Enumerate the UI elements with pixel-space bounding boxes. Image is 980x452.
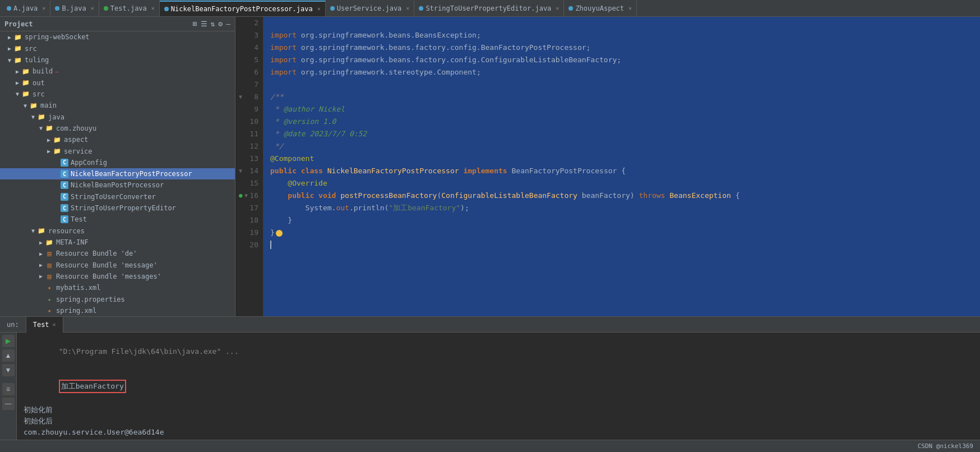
tree-item-spring-xml[interactable]: ✦ spring.xml xyxy=(0,305,235,316)
tab-NickelBeanFactoryPostProcessor[interactable]: NickelBeanFactoryPostProcessor.java ✕ xyxy=(160,1,326,16)
tree-item-spring-websocket[interactable]: ▶ 📁 spring-webSocket xyxy=(0,31,235,43)
tree-item-out[interactable]: ▶ 📁 out xyxy=(0,77,235,88)
tree-item-build[interactable]: ▶ 📁 build — xyxy=(0,66,235,77)
tab-ZhouyuAspect[interactable]: ZhouyuAspect ✕ xyxy=(564,1,637,16)
tab-close[interactable]: ✕ xyxy=(556,5,559,11)
tab-close[interactable]: ✕ xyxy=(317,6,321,12)
tree-item-mybatis-xml[interactable]: ✦ mybatis.xml xyxy=(0,282,235,293)
tree-item-src[interactable]: ▶ 📁 src xyxy=(0,43,235,54)
java-class-icon: C xyxy=(61,215,68,223)
code-line-5: import org.springframework.beans.factory… xyxy=(270,54,980,66)
highlighted-output: 加工beanFactory xyxy=(59,380,126,393)
tree-item-NickelBeanFactoryPostProcessor[interactable]: C NickelBeanFactoryPostProcessor xyxy=(0,168,235,179)
folder-icon: 📁 xyxy=(53,147,62,156)
tree-item-NickelBeanPostProcessor[interactable]: C NickelBeanPostProcessor xyxy=(0,179,235,191)
bottom-panel: un: Test ✕ ▶ ▲ ▼ ≡ — "D:\Program File\jd… xyxy=(0,316,980,440)
folder-icon: 📁 xyxy=(37,113,46,122)
folder-icon: 📁 xyxy=(13,44,22,53)
tree-item-AppConfig[interactable]: C AppConfig xyxy=(0,157,235,168)
code-line-3: import org.springframework.beans.BeansEx… xyxy=(270,29,980,41)
sidebar-icon-5[interactable]: — xyxy=(226,20,230,28)
sidebar-icon-3[interactable]: ⇅ xyxy=(211,20,215,28)
line-num-5: 5 xyxy=(238,54,258,66)
tree-label: Resource Bundle 'de' xyxy=(56,250,137,257)
tree-item-main[interactable]: ▼ 📁 main xyxy=(0,100,235,111)
tree-item-StringToUserConverter[interactable]: C StringToUserConverter xyxy=(0,191,235,202)
tree-arrow: ▶ xyxy=(6,45,13,52)
fold-icon-8[interactable]: ▼ xyxy=(239,91,242,103)
tab-dot xyxy=(7,6,11,11)
java-class-icon: C xyxy=(61,159,68,167)
run-bottom-tab[interactable]: un: xyxy=(0,317,26,333)
code-line-7 xyxy=(270,79,980,91)
tree-item-META-INF[interactable]: ▶ 📁 META-INF xyxy=(0,237,235,248)
sidebar-icon-2[interactable]: ☰ xyxy=(201,20,207,28)
tree-item-com-zhouyu[interactable]: ▼ 📁 com.zhouyu xyxy=(0,123,235,134)
tab-A-java[interactable]: A.java ✕ xyxy=(2,1,50,16)
fold-icon-16[interactable]: ▼ xyxy=(244,190,248,202)
tab-UserService-java[interactable]: UserService.java ✕ xyxy=(326,1,415,16)
bottom-output: "D:\Program File\jdk\64\bin\java.exe" ..… xyxy=(17,333,980,440)
run-button[interactable]: ▶ xyxy=(2,335,15,347)
clear-button[interactable]: — xyxy=(2,398,15,410)
line-num-10: 10 xyxy=(238,116,258,128)
tree-arrow: ▶ xyxy=(45,137,53,143)
tab-close[interactable]: ✕ xyxy=(91,5,94,11)
down-button[interactable]: ▼ xyxy=(2,364,15,376)
stop-button[interactable]: ≡ xyxy=(2,383,15,395)
tree-label: spring-webSocket xyxy=(25,33,90,41)
tree-label: META-INF xyxy=(56,238,89,246)
folder-icon: 📁 xyxy=(37,227,46,236)
tab-close[interactable]: ✕ xyxy=(406,5,409,11)
resource-bundle-icon: ▤ xyxy=(45,272,54,281)
tree-item-resource-bundle-de[interactable]: ▶ ▤ Resource Bundle 'de' xyxy=(0,248,235,259)
tree-item-aspect[interactable]: ▶ 📁 aspect xyxy=(0,134,235,145)
line-num-9: 9 xyxy=(238,103,258,116)
line-num-2: 2 xyxy=(238,17,258,29)
tree-arrow: ▶ xyxy=(6,34,13,40)
tree-item-service[interactable]: ▶ 📁 service xyxy=(0,145,235,156)
tab-Test-java[interactable]: Test.java ✕ xyxy=(99,1,160,16)
tab-close[interactable]: ✕ xyxy=(42,5,45,11)
test-bottom-tab[interactable]: Test ✕ xyxy=(26,317,63,333)
tab-dot xyxy=(419,6,423,11)
tree-label: service xyxy=(64,147,93,155)
tree-item-StringToUserPropertyEditor[interactable]: C StringToUserPropertyEditor xyxy=(0,202,235,214)
tab-close[interactable]: ✕ xyxy=(151,5,155,11)
java-class-icon: C xyxy=(61,170,68,178)
tree-item-spring-properties[interactable]: ✦ spring.properties xyxy=(0,293,235,305)
tab-close-bottom[interactable]: ✕ xyxy=(53,321,56,328)
code-line-13: @Component xyxy=(270,153,980,165)
sidebar-icon-1[interactable]: ⊞ xyxy=(193,20,197,28)
up-button[interactable]: ▲ xyxy=(2,349,15,362)
tree-item-src2[interactable]: ▼ 📁 src xyxy=(0,89,235,100)
tree-item-java[interactable]: ▼ 📁 java xyxy=(0,111,235,122)
tree-item-tuling[interactable]: ▼ 📁 tuling xyxy=(0,54,235,66)
tab-B-java[interactable]: B.java ✕ xyxy=(50,1,99,16)
code-line-19: } xyxy=(270,227,980,239)
tree-label: Resource Bundle 'message' xyxy=(56,261,158,269)
tab-StringToUserPropertyEditor[interactable]: StringToUserPropertyEditor.java ✕ xyxy=(414,1,564,16)
fold-icon-14[interactable]: ▼ xyxy=(239,165,242,177)
tab-label: A.java xyxy=(13,4,38,12)
tree-label: src xyxy=(25,45,37,53)
code-line-11: * @date 2023/7/7 0:52 xyxy=(270,128,980,140)
line-num-13: 13 xyxy=(238,153,258,165)
tree-item-resources[interactable]: ▼ 📁 resources xyxy=(0,225,235,237)
tab-dot xyxy=(330,6,335,11)
xml-icon: ✦ xyxy=(45,283,54,292)
code-editor[interactable]: import org.springframework.beans.BeansEx… xyxy=(264,17,980,316)
tree-arrow: ▶ xyxy=(13,80,21,86)
tree-label: out xyxy=(33,79,45,87)
status-text: CSDN @nickel369 xyxy=(918,442,973,450)
tree-item-Test[interactable]: C Test xyxy=(0,214,235,225)
tab-close[interactable]: ✕ xyxy=(628,5,632,11)
code-line-9: * @author Nickel xyxy=(270,103,980,116)
tree-item-resource-bundle-message[interactable]: ▶ ▤ Resource Bundle 'message' xyxy=(0,259,235,270)
tree-arrow: ▼ xyxy=(29,228,37,234)
tree-item-resource-bundle-messages[interactable]: ▶ ▤ Resource Bundle 'messages' xyxy=(0,271,235,282)
tab-label: Test xyxy=(33,321,49,329)
tree-label: java xyxy=(48,113,64,121)
tab-dot xyxy=(164,7,169,11)
sidebar-icon-4[interactable]: ⚙ xyxy=(218,20,223,28)
